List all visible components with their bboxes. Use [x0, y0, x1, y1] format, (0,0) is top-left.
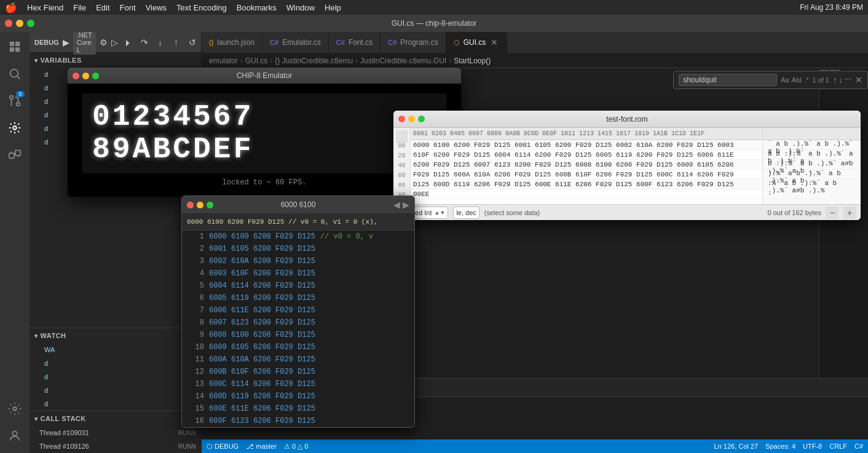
debugger-content: 1 6000 6100 6200 F029 D125 // v0 = 0, v2…	[182, 230, 414, 427]
breadcrumb-class[interactable]: JustinCredible.c8emu.GUI	[360, 57, 446, 65]
debug-step-in-btn[interactable]: ↓	[154, 36, 167, 49]
hexfiend-format-select[interactable]: le, dec	[453, 207, 479, 219]
debugger-close-btn[interactable]	[187, 202, 194, 208]
activity-search[interactable]	[2, 61, 27, 86]
callstack-section-header[interactable]: ▾ CALL STACK	[30, 411, 201, 426]
hex-ascii-row-00: ` a b .).%` a b .).%` a b .).%`	[763, 140, 861, 150]
menubar-window[interactable]: Window	[286, 3, 315, 12]
find-close-btn[interactable]: ✕	[855, 75, 862, 85]
status-encoding[interactable]: UTF-8	[803, 443, 822, 450]
tab-font-cs[interactable]: C# Font.cs	[329, 32, 381, 53]
debug-next-btn[interactable]: ▷	[111, 36, 118, 49]
breadcrumb-guics[interactable]: GUI.cs	[245, 57, 268, 65]
activity-bottom	[2, 396, 27, 453]
debugger-line-1: 2 6001 6105 6200 F029 D125	[182, 243, 414, 255]
menubar-views[interactable]: Views	[146, 3, 167, 12]
hex-data-row-80[interactable]: D125 600D 6119 6206 F029 D125 600E 611E …	[411, 179, 762, 189]
watch-section: ▾ WATCH WA d d d d	[30, 328, 201, 411]
find-input[interactable]	[679, 74, 777, 86]
hex-main: 0001 0203 0405 0607 0809 0A0B 0C0D 0E0F …	[411, 128, 762, 204]
menubar-help[interactable]: Help	[325, 3, 341, 12]
status-spaces[interactable]: Spaces: 4	[765, 443, 795, 450]
menubar-app[interactable]: Hex Fiend	[27, 3, 63, 12]
svg-point-9	[13, 126, 17, 130]
hexfiend-minimize-btn[interactable]	[408, 116, 415, 122]
status-lang[interactable]: C#	[854, 443, 863, 450]
debug-step-out-btn[interactable]: ↑	[170, 36, 183, 49]
menubar-bookmarks[interactable]: Bookmarks	[237, 3, 277, 12]
hex-data-row-20[interactable]: 610F 6200 F029 D125 6004 6114 6200 F029 …	[411, 150, 762, 160]
chip8-maximize-btn[interactable]	[92, 73, 99, 79]
debug-restart-btn[interactable]: ↺	[186, 36, 199, 49]
watch-item[interactable]: WA	[30, 343, 201, 356]
chip8-close-btn[interactable]	[73, 73, 79, 79]
debug-play-btn[interactable]: ▶	[63, 36, 69, 49]
find-next-btn[interactable]: ↓	[838, 75, 843, 85]
debug-dotnet-label[interactable]: .NET Core L	[73, 32, 96, 55]
status-errors[interactable]: ⚠ 0 △ 0	[284, 443, 308, 451]
thread-item-0[interactable]: Thread #109031 RUNN	[30, 426, 201, 439]
watch-item[interactable]: d	[30, 384, 201, 397]
tab-emulator-cs[interactable]: C# Emulator.cs	[262, 32, 329, 53]
tab-gui-cs[interactable]: ⬡ GUI.cs ✕	[446, 32, 508, 53]
breadcrumb-emulator[interactable]: emulator	[209, 57, 238, 65]
find-prev-btn[interactable]: ↑	[833, 75, 837, 85]
variables-section-header[interactable]: ▾ VARIABLES	[30, 53, 201, 68]
tab-icon-cs-emulator: C#	[270, 39, 278, 46]
hex-data-row-a0[interactable]: 00EE	[411, 189, 762, 199]
window-maximize[interactable]	[27, 20, 34, 27]
hexfiend-close-btn[interactable]	[398, 116, 405, 122]
find-option-word[interactable]: AbI	[792, 76, 802, 84]
hexfiend-controls	[398, 116, 425, 122]
dbg-addr-6: 6006 611E 6200 F029 D125	[209, 306, 315, 315]
hex-data-row-00[interactable]: 6000 6100 6200 F029 D125 6001 6105 6200 …	[411, 140, 762, 150]
activity-source-control[interactable]: 5	[2, 89, 27, 113]
debugger-line-9: 10 6009 6105 6206 F029 D125	[182, 341, 414, 353]
breadcrumb-namespace[interactable]: {} JustinCredible.c8emu	[275, 57, 353, 65]
svg-point-12	[13, 407, 17, 411]
watch-item[interactable]: d	[30, 370, 201, 384]
watch-section-header[interactable]: ▾ WATCH	[30, 328, 201, 343]
debugger-titlebar: 6000 6100 ◀ ▶	[182, 196, 414, 213]
find-option-regex[interactable]: .*	[804, 76, 808, 84]
debug-settings-btn[interactable]: ⚙	[100, 36, 108, 49]
hexfiend-grow-btn[interactable]: +	[843, 207, 856, 219]
tab-close-gui-cs[interactable]: ✕	[489, 37, 499, 47]
activity-settings[interactable]	[2, 396, 27, 421]
tab-program-cs[interactable]: C# Program.cs	[381, 32, 446, 53]
debugger-maximize-btn[interactable]	[207, 202, 213, 208]
hex-data-row-40[interactable]: 6200 F029 D125 6007 6123 6200 F029 D125 …	[411, 160, 762, 170]
window-close[interactable]	[5, 20, 12, 27]
debugger-line-4: 5 6004 6114 6200 F029 D125	[182, 280, 414, 292]
activity-account[interactable]	[2, 423, 27, 448]
menubar-edit[interactable]: Edit	[96, 3, 109, 12]
menubar-encoding[interactable]: Text Encoding	[176, 3, 227, 12]
debug-continue-btn[interactable]: ⏵	[122, 36, 135, 49]
hexfiend-shrink-btn[interactable]: −	[826, 207, 838, 219]
activity-explorer[interactable]	[2, 34, 27, 59]
activity-extensions[interactable]	[2, 143, 27, 167]
hex-data-row-60[interactable]: F029 D125 600A 610A 6206 F029 D125 600B …	[411, 170, 762, 179]
status-line-col[interactable]: Ln 126, Col 27	[714, 443, 759, 450]
find-option-case[interactable]: Aa	[781, 76, 789, 84]
status-crlf[interactable]: CRLF	[829, 443, 847, 450]
chip8-minimize-btn[interactable]	[82, 73, 89, 79]
debugger-minimize-btn[interactable]	[197, 202, 203, 208]
hexfiend-maximize-btn[interactable]	[418, 116, 425, 122]
debugger-prev-btn[interactable]: ◀	[393, 200, 400, 210]
tab-launch-json[interactable]: {} launch.json	[202, 32, 262, 53]
thread-item-1[interactable]: Thread #109126 RUNN	[30, 439, 201, 453]
find-options-btn[interactable]: ⋯	[844, 75, 851, 85]
debug-step-over-btn[interactable]: ↷	[138, 36, 151, 49]
activity-debug[interactable]	[2, 116, 27, 140]
watch-item[interactable]: d	[30, 356, 201, 370]
breadcrumb-method[interactable]: StartLoop()	[454, 57, 491, 65]
debugger-next-btn[interactable]: ▶	[403, 200, 409, 210]
hexfiend-statusbar: Signed Int ▲▼ le, dec (select some data)…	[393, 204, 861, 220]
window-minimize[interactable]	[16, 20, 23, 27]
apple-menu[interactable]: 🍎	[5, 2, 17, 14]
menubar-file[interactable]: File	[73, 3, 86, 12]
watch-item[interactable]: d	[30, 397, 201, 411]
status-branch[interactable]: ⎇ master	[246, 443, 277, 451]
menubar-font[interactable]: Font	[120, 3, 136, 12]
